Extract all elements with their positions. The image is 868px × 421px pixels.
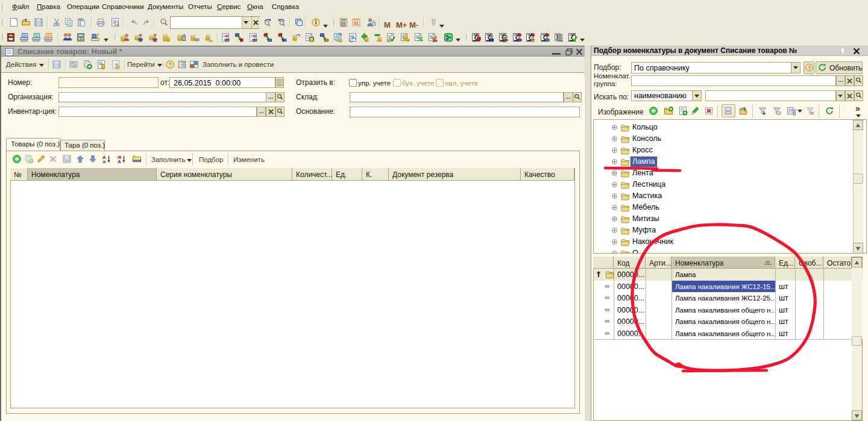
svg-text:?: ? xyxy=(169,61,171,67)
svg-text:А: А xyxy=(118,159,121,164)
svg-text:OK: OK xyxy=(65,160,69,163)
svg-text:я: я xyxy=(103,159,106,164)
svg-text:$: $ xyxy=(80,37,81,40)
svg-text:?: ? xyxy=(808,64,810,70)
svg-text:31: 31 xyxy=(354,20,359,26)
